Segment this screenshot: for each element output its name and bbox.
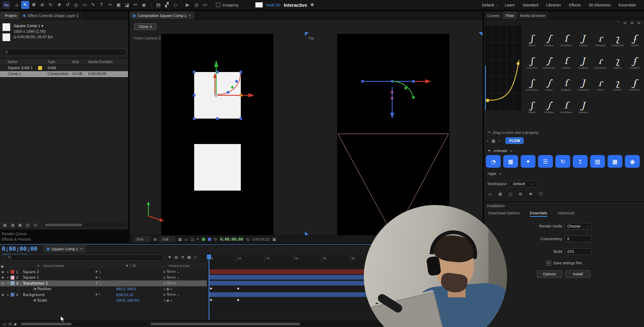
snapping-toggle[interactable]: Snapping bbox=[216, 3, 238, 7]
timeline-search[interactable] bbox=[5, 255, 164, 261]
easing-preset[interactable]: ʄ InOutCirc bbox=[626, 70, 643, 91]
pane-corner-handle[interactable] bbox=[479, 32, 482, 36]
collapse-icon[interactable]: ⌃ bbox=[616, 21, 620, 25]
rotation-tool[interactable]: ↺ bbox=[64, 1, 72, 9]
layer-name[interactable]: ◔ Scale bbox=[23, 298, 95, 302]
composition-viewer-front[interactable] bbox=[161, 34, 273, 235]
timeline-search-input[interactable] bbox=[5, 255, 164, 261]
easing-preset[interactable]: ɾ InCirc bbox=[592, 70, 609, 91]
new-composition-button[interactable]: ◫ bbox=[25, 222, 31, 228]
curve-editor[interactable] bbox=[485, 25, 521, 110]
workspace-item[interactable]: Effects bbox=[569, 3, 582, 7]
project-depth-button[interactable]: ▦ bbox=[2, 222, 8, 228]
column-duration[interactable]: Media Duration bbox=[88, 60, 113, 64]
local-axis-mode[interactable]: ▤ bbox=[154, 1, 162, 9]
transparency-grid-icon[interactable]: ▦ bbox=[178, 237, 182, 241]
browser-button[interactable]: ◉ bbox=[625, 155, 640, 168]
bottombar-menu-icon[interactable]: ▦ bbox=[273, 237, 276, 241]
pane-corner-handle[interactable] bbox=[305, 231, 309, 235]
project-find-button[interactable]: ◨ bbox=[9, 222, 16, 228]
layer-switches[interactable]: ♦ ╲ bbox=[95, 270, 116, 274]
draft-3d-toggle[interactable]: Draft 3D bbox=[266, 3, 281, 7]
new-folder-icon[interactable]: ▱ bbox=[487, 191, 493, 197]
project-item-row[interactable]: Square Solid 1 Solid bbox=[0, 65, 128, 71]
label-color-chip[interactable] bbox=[11, 276, 14, 280]
orbit-camera-tool[interactable]: ↻ bbox=[47, 1, 55, 9]
render-queue-tab[interactable]: Render Queue bbox=[2, 232, 126, 236]
easing-preset[interactable]: J InOutExpo bbox=[574, 70, 591, 91]
timeline-options-icon[interactable]: ◆ bbox=[14, 322, 17, 326]
pan-camera-tool[interactable]: ✚ bbox=[55, 1, 63, 9]
label-chip-cell[interactable] bbox=[11, 270, 16, 274]
easing-preset[interactable]: ɾ InOutQuart bbox=[592, 48, 609, 69]
hand-tool[interactable]: ✽ bbox=[30, 1, 38, 9]
zoom-in-icon[interactable]: ⊕ bbox=[630, 21, 634, 25]
clone-stamp-tool[interactable]: ▣ bbox=[114, 1, 123, 9]
easing-preset[interactable]: ʃ InSine bbox=[523, 25, 540, 47]
current-time-field[interactable]: 0;00;00;00 bbox=[2, 245, 37, 252]
world-axis-mode[interactable]: ▞ bbox=[163, 1, 171, 9]
easing-preset[interactable]: ʃ InOutQuint bbox=[523, 70, 540, 91]
footage-thumbnail[interactable] bbox=[3, 33, 10, 41]
column-name[interactable]: Name bbox=[8, 60, 17, 64]
easing-preset[interactable]: ʅ OutCirc bbox=[609, 70, 626, 91]
workspace-item[interactable]: 3D Elements bbox=[588, 3, 612, 7]
pixel-aspect-icon[interactable]: ⌖ bbox=[197, 237, 199, 241]
easing-preset[interactable]: ſ InOutSine bbox=[558, 25, 574, 47]
layer-switches[interactable]: ♦ ╲ bbox=[95, 276, 116, 280]
mini-flowchart-icon[interactable]: ❖ bbox=[168, 255, 171, 259]
easing-preset[interactable]: J InElastic bbox=[574, 92, 591, 114]
layer-visibility-toggle[interactable]: ◉ bbox=[0, 276, 6, 279]
footage-name[interactable]: Square Comp 1 ▾ bbox=[14, 23, 53, 29]
label-color-chip[interactable] bbox=[11, 281, 14, 285]
frame-blending-icon[interactable]: ▩ bbox=[187, 255, 191, 259]
timeline-comp-tab[interactable]: ▦ Square Comp 1 ≡ bbox=[44, 245, 86, 252]
list-button[interactable]: ☰ bbox=[538, 155, 553, 168]
property-value[interactable]: 100.0, 100.0% bbox=[116, 298, 163, 302]
easing-preset[interactable]: ʅ InOutQuad bbox=[609, 25, 626, 47]
panel-tab[interactable]: Media Browser bbox=[517, 11, 549, 19]
label-chip-cell[interactable] bbox=[11, 293, 16, 297]
label-color-chip[interactable] bbox=[11, 270, 14, 274]
column-size[interactable]: Size bbox=[72, 60, 79, 64]
easing-preset[interactable]: J InQuad bbox=[574, 25, 591, 47]
curve-start-point[interactable] bbox=[486, 99, 489, 102]
apps-button[interactable]: ▩ bbox=[608, 155, 622, 168]
zoom-dropdown[interactable]: 50% ⌄ bbox=[134, 236, 151, 242]
panel-menu-icon[interactable]: ≡ bbox=[637, 21, 641, 25]
column-source-name[interactable]: Source Name bbox=[43, 264, 64, 268]
type-tool[interactable]: T bbox=[98, 1, 106, 9]
layer-switches[interactable]: ♦ ╲ bbox=[95, 293, 116, 297]
zoom-out-icon[interactable]: ⊖ bbox=[623, 21, 627, 25]
sync-button[interactable]: ↻ bbox=[555, 155, 570, 168]
zoom-tool[interactable]: ⊕ bbox=[38, 1, 46, 9]
add-icon[interactable]: ⊞ bbox=[517, 191, 524, 197]
install-button[interactable]: Install bbox=[565, 270, 591, 278]
settings-icon[interactable]: ✱ bbox=[527, 191, 534, 197]
build-input[interactable] bbox=[565, 248, 592, 255]
layer-name[interactable]: ◔ Position bbox=[23, 287, 95, 291]
duplicate-icon[interactable]: ◫ bbox=[507, 191, 513, 197]
panels-button[interactable]: ▤ bbox=[590, 155, 605, 168]
grid-view-icon[interactable]: ▦ bbox=[491, 139, 495, 143]
effects-button[interactable]: ✦ bbox=[521, 155, 535, 168]
panel-menu-icon[interactable]: ≡ bbox=[188, 14, 191, 17]
prev-preset-icon[interactable]: ‹ bbox=[487, 139, 488, 143]
easing-preset[interactable]: ɾ OutQuad bbox=[592, 25, 609, 47]
settings-gear-icon[interactable]: ✱ bbox=[308, 1, 316, 9]
label-chip-cell[interactable] bbox=[11, 276, 16, 280]
label-chip-cell[interactable] bbox=[11, 287, 16, 291]
project-search[interactable] bbox=[2, 49, 126, 56]
reset-exposure-icon[interactable]: ↻ bbox=[214, 237, 217, 241]
layer-name[interactable]: Square 1 bbox=[23, 275, 95, 280]
play-button[interactable]: ▶ bbox=[184, 1, 192, 9]
panel-tab[interactable]: Curves bbox=[484, 11, 502, 19]
selection-tool[interactable]: ↖ bbox=[21, 1, 29, 9]
new-folder-button[interactable]: ▣ bbox=[17, 222, 23, 228]
brush-tool[interactable]: ✑ bbox=[106, 1, 114, 9]
eraser-tool[interactable]: ◪ bbox=[123, 1, 131, 9]
timeline-row[interactable]: ◉ ▸ 4 Background ♦ ╲ 0;00;01;15 ◎ None ⌄ bbox=[0, 292, 207, 298]
parent-link-dropdown[interactable]: ◎ None ⌄ bbox=[163, 270, 207, 274]
horizontal-scrollbar[interactable] bbox=[43, 223, 126, 227]
keyframe-diamond[interactable]: ◆ bbox=[237, 298, 239, 302]
